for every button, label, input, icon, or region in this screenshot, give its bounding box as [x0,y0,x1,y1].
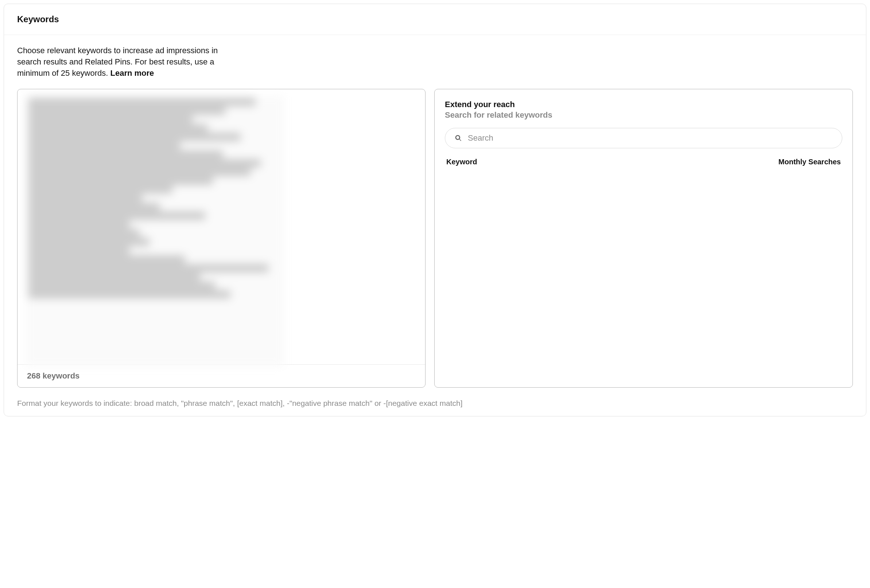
section-body: Choose relevant keywords to increase ad … [4,35,866,416]
keywords-input-card[interactable]: 268 keywords [17,89,426,388]
extend-subtitle: Search for related keywords [445,110,842,120]
keywords-count: 268 keywords [22,365,420,381]
extend-title: Extend your reach [445,99,842,110]
section-header: Keywords [4,4,866,35]
keyword-search-input[interactable] [468,133,833,143]
learn-more-link[interactable]: Learn more [110,68,154,77]
col-monthly-searches: Monthly Searches [779,158,841,166]
results-table-header: Keyword Monthly Searches [445,158,842,166]
keyword-search-box[interactable] [445,128,842,148]
keywords-text-redacted [25,96,284,367]
intro-text-block: Choose relevant keywords to increase ad … [17,45,243,79]
columns: 268 keywords Extend your reach Search fo… [17,89,853,388]
format-hint: Format your keywords to indicate: broad … [17,398,853,408]
keywords-section: Keywords Choose relevant keywords to inc… [4,4,866,416]
col-keyword: Keyword [446,158,477,166]
search-icon [455,134,462,142]
section-title: Keywords [17,14,853,24]
extend-reach-card: Extend your reach Search for related key… [434,89,853,388]
